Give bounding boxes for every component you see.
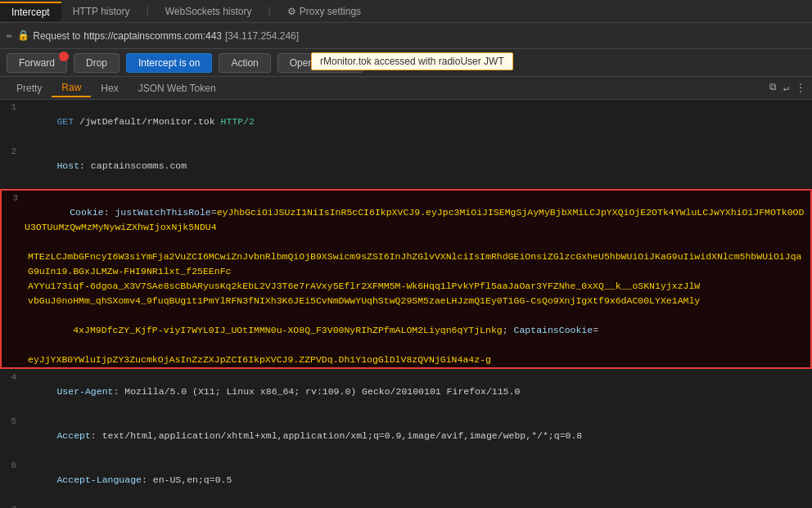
url-prefix: Request to <box>33 30 80 42</box>
sub-tab-jwt[interactable]: JSON Web Token <box>129 80 226 97</box>
sub-tab-raw[interactable]: Raw <box>52 79 91 97</box>
tab-bar: Intercept HTTP history | WebSockets hist… <box>0 0 812 23</box>
edit-icon: ✏ <box>7 29 12 42</box>
url-bar: ✏ 🔒 Request to https://captainscomms.com… <box>0 23 812 49</box>
table-row: 4 User-Agent: Mozilla/5.0 (X11; Linux x8… <box>0 370 812 414</box>
gear-icon: ⚙ <box>287 6 296 17</box>
sub-tab-hex[interactable]: Hex <box>91 80 128 97</box>
sub-tab-pretty[interactable]: Pretty <box>7 80 52 97</box>
drop-button[interactable]: Drop <box>74 53 120 73</box>
cookie-block: 3 Cookie: justWatchThisRole=eyJhbGciOiJS… <box>0 189 812 369</box>
forward-button[interactable]: Forward <box>7 53 67 73</box>
tab-divider: | <box>142 6 154 17</box>
sub-toolbar: Pretty Raw Hex JSON Web Token ⧉ ↵ ⋮ <box>0 77 812 100</box>
tab-divider2: | <box>264 6 276 17</box>
proxy-settings-tab[interactable]: ⚙ Proxy settings <box>276 2 372 20</box>
button-row: Forward Drop Intercept is on Action Open… <box>0 49 812 77</box>
table-row: 6 Accept-Language: en-US,en;q=0.5 <box>0 458 812 502</box>
annotation-tooltip: rMonitor.tok accessed with radioUser JWT <box>311 52 513 70</box>
wrap-icon[interactable]: ↵ <box>783 82 789 94</box>
table-row: 7 Accept-Encoding: gzip, deflate <box>0 502 812 508</box>
recording-indicator <box>59 52 69 61</box>
action-button[interactable]: Action <box>219 53 270 73</box>
lock-icon: 🔒 <box>17 29 29 42</box>
table-row: 2 Host: captainscomms.com <box>0 144 812 188</box>
code-area[interactable]: 1 GET /jwtDefault/rMonitor.tok HTTP/2 2 … <box>0 100 812 508</box>
tab-intercept[interactable]: Intercept <box>0 2 61 21</box>
sub-toolbar-icons: ⧉ ↵ ⋮ <box>769 82 805 94</box>
tab-http-history[interactable]: HTTP history <box>61 2 142 20</box>
tab-websockets[interactable]: WebSockets history <box>154 2 264 20</box>
table-row: 5 Accept: text/html,application/xhtml+xm… <box>0 414 812 458</box>
url-ip: [34.117.254.246] <box>225 30 299 42</box>
copy-icon[interactable]: ⧉ <box>769 82 777 94</box>
menu-icon[interactable]: ⋮ <box>796 82 805 94</box>
table-row: 1 GET /jwtDefault/rMonitor.tok HTTP/2 <box>0 100 812 144</box>
intercept-toggle[interactable]: Intercept is on <box>126 53 212 73</box>
url-text: https://captainscomms.com:443 <box>83 30 222 42</box>
